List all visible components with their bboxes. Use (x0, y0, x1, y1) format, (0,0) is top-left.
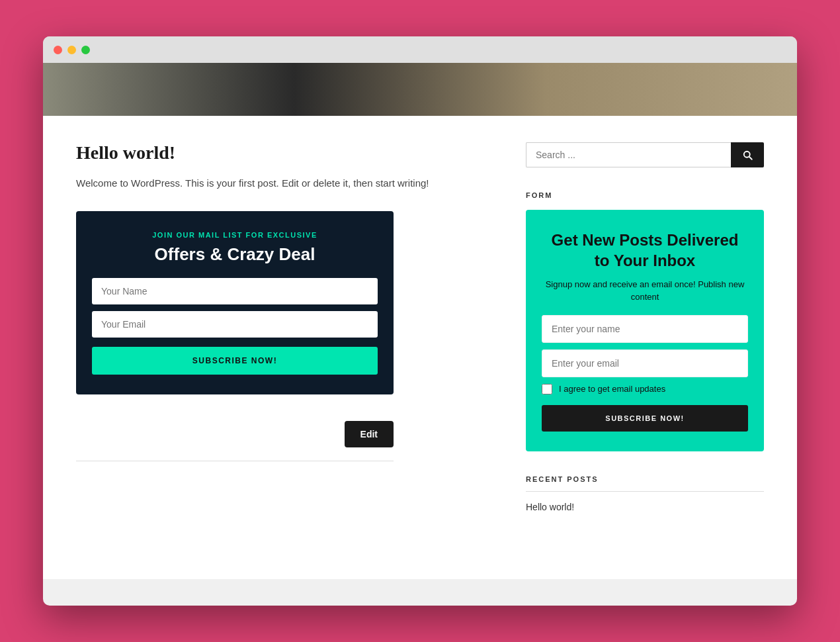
newsletter-subtitle: JOIN OUR MAIL LIST FOR EXCLUSIVE (92, 231, 378, 239)
traffic-light-green[interactable] (81, 46, 90, 54)
sidebar-column: FORM Get New Posts Delivered to Your Inb… (526, 142, 764, 553)
newsletter-widget: JOIN OUR MAIL LIST FOR EXCLUSIVE Offers … (76, 211, 394, 394)
form-name-input[interactable] (542, 315, 748, 343)
post-divider (76, 461, 394, 461)
newsletter-subscribe-button[interactable]: SUBSCRIBE NOW! (92, 347, 378, 375)
form-widget-title: Get New Posts Delivered to Your Inbox (542, 230, 748, 271)
newsletter-name-input[interactable] (92, 278, 378, 304)
traffic-light-yellow[interactable] (67, 46, 76, 54)
agree-checkbox[interactable] (542, 384, 552, 394)
page-content: Hello world! Welcome to WordPress. This … (43, 116, 797, 579)
browser-chrome (43, 36, 797, 63)
form-section-label: FORM (526, 191, 764, 199)
recent-post-item[interactable]: Hello world! (526, 502, 574, 512)
search-form (526, 142, 764, 167)
newsletter-main-title: Offers & Crazy Deal (92, 244, 378, 265)
search-button[interactable] (731, 142, 764, 167)
form-widget-desc: Signup now and receive an email once! Pu… (542, 279, 748, 302)
search-input[interactable] (526, 142, 731, 167)
post-title: Hello world! (76, 142, 499, 163)
checkbox-label: I agree to get email updates (559, 384, 665, 394)
main-column: Hello world! Welcome to WordPress. This … (76, 142, 499, 553)
form-subscribe-button[interactable]: SUBSCRIBE NOW! (542, 405, 748, 432)
form-email-input[interactable] (542, 349, 748, 377)
traffic-light-red[interactable] (54, 46, 62, 54)
checkbox-row: I agree to get email updates (542, 384, 748, 394)
browser-window: Hello world! Welcome to WordPress. This … (43, 36, 797, 606)
newsletter-email-input[interactable] (92, 311, 378, 338)
post-excerpt: Welcome to WordPress. This is your first… (76, 175, 499, 191)
edit-button[interactable]: Edit (345, 421, 394, 447)
form-widget: Get New Posts Delivered to Your Inbox Si… (526, 210, 764, 451)
recent-posts-label: RECENT POSTS (526, 475, 764, 483)
recent-posts-divider (526, 491, 764, 492)
search-icon (741, 149, 753, 161)
edit-button-wrapper: Edit (76, 421, 394, 447)
hero-banner (43, 63, 797, 116)
